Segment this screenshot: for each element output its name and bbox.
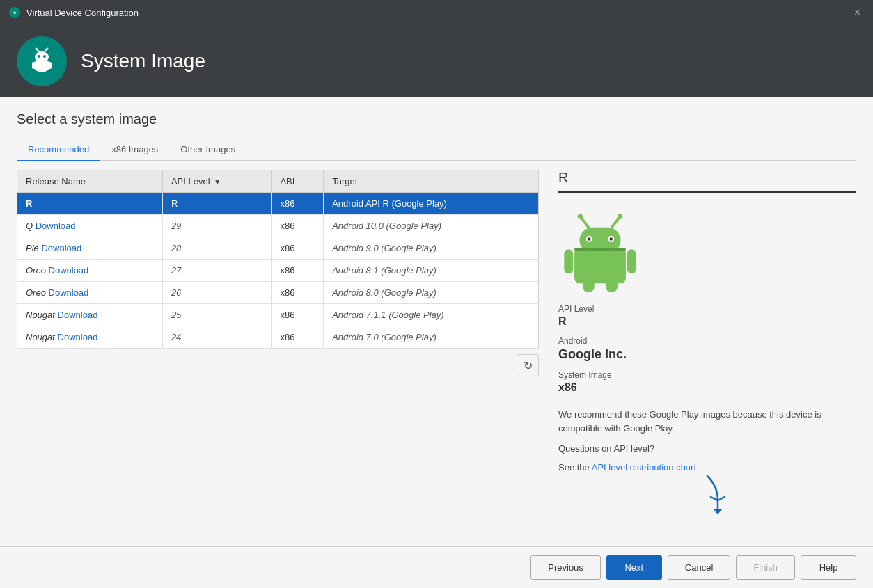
help-button[interactable]: Help <box>801 555 856 580</box>
cell-api-level: 28 <box>162 237 272 260</box>
cell-target: Android 8.0 (Google Play) <box>324 282 539 304</box>
system-image-table: Release Name API Level ▼ ABI Target RRx8… <box>17 170 539 349</box>
cell-abi: x86 <box>272 282 324 304</box>
svg-line-19 <box>581 217 588 228</box>
cancel-button[interactable]: Cancel <box>668 555 730 580</box>
sort-icon: ▼ <box>214 178 221 186</box>
svg-point-22 <box>618 214 622 218</box>
title-bar: ✦ Virtual Device Configuration × <box>0 0 873 25</box>
svg-rect-27 <box>574 248 626 251</box>
cell-api-level: 29 <box>162 215 272 237</box>
cell-release-name: Pie Download <box>17 237 163 260</box>
svg-rect-23 <box>564 249 573 273</box>
api-question: Questions on API level? <box>558 443 856 454</box>
cell-api-level: 27 <box>162 260 272 282</box>
panel-info: API Level R Android Google Inc. System I… <box>558 304 856 402</box>
svg-point-6 <box>43 55 46 58</box>
table-row[interactable]: RRx86Android API R (Google Play) <box>17 193 539 215</box>
panel-release-name: R <box>558 170 856 193</box>
svg-rect-26 <box>606 280 618 292</box>
download-link[interactable]: Download <box>49 287 89 298</box>
col-release-name[interactable]: Release Name <box>17 170 163 193</box>
table-row[interactable]: Q Download29x86Android 10.0 (Google Play… <box>17 215 539 237</box>
table-row[interactable]: Oreo Download27x86Android 8.1 (Google Pl… <box>17 260 539 282</box>
android-studio-icon <box>24 43 60 79</box>
cell-release-name: Nougat Download <box>17 304 163 326</box>
api-question-text: Questions on API level? <box>558 443 654 454</box>
cell-release-name: Oreo Download <box>17 260 163 282</box>
table-row[interactable]: Pie Download28x86Android 9.0 (Google Pla… <box>17 237 539 260</box>
download-link[interactable]: Download <box>36 221 76 231</box>
table-footer: ↻ <box>17 349 539 382</box>
tab-recommended[interactable]: Recommended <box>17 138 100 161</box>
header: System Image <box>0 25 873 97</box>
col-api-level[interactable]: API Level ▼ <box>162 170 272 193</box>
svg-point-9 <box>36 48 38 50</box>
header-logo <box>17 36 67 86</box>
svg-text:✦: ✦ <box>12 9 17 17</box>
api-level-label: API Level <box>558 304 856 314</box>
footer: Previous Next Cancel Finish Help <box>0 546 873 588</box>
cell-target: Android 9.0 (Google Play) <box>324 237 539 260</box>
api-level-section: API Level R Android Google Inc. System I… <box>558 304 856 402</box>
arrow-svg <box>686 472 728 514</box>
download-link[interactable]: Download <box>41 243 81 253</box>
cell-target: Android 10.0 (Google Play) <box>324 215 539 237</box>
android-label: Android <box>558 336 856 346</box>
svg-point-18 <box>609 237 613 241</box>
cell-target: Android 7.0 (Google Play) <box>324 326 539 349</box>
col-abi[interactable]: ABI <box>272 170 324 193</box>
cell-abi: x86 <box>272 193 324 215</box>
cell-release-name: Oreo Download <box>17 282 163 304</box>
cell-abi: x86 <box>272 237 324 260</box>
system-image-label: System Image <box>558 370 856 380</box>
tab-x86images[interactable]: x86 Images <box>100 138 169 161</box>
cell-release-name: Q Download <box>17 215 163 237</box>
header-title: System Image <box>81 50 205 72</box>
cell-release-name: R <box>17 193 163 215</box>
cell-abi: x86 <box>272 215 324 237</box>
table-row[interactable]: Oreo Download26x86Android 8.0 (Google Pl… <box>17 282 539 304</box>
system-image-value: x86 <box>558 381 856 394</box>
tabs-container: Recommended x86 Images Other Images <box>17 138 856 161</box>
see-text: See the <box>558 462 590 472</box>
arrow-annotation <box>558 472 856 514</box>
previous-button[interactable]: Previous <box>530 555 601 580</box>
download-link[interactable]: Download <box>58 310 98 320</box>
cell-target: Android 8.1 (Google Play) <box>324 260 539 282</box>
cell-target: Android 7.1.1 (Google Play) <box>324 304 539 326</box>
api-level-value: R <box>558 315 856 328</box>
tab-otherimages[interactable]: Other Images <box>169 138 246 161</box>
android-value: Google Inc. <box>558 347 856 362</box>
close-button[interactable]: × <box>850 5 865 20</box>
svg-rect-11 <box>32 62 35 69</box>
right-panel: R <box>550 161 856 546</box>
page-title: Select a system image <box>17 111 856 127</box>
next-button[interactable]: Next <box>606 555 662 580</box>
api-see-text: See the API level distribution chart <box>558 462 856 472</box>
svg-rect-12 <box>49 62 52 69</box>
svg-line-20 <box>612 217 620 228</box>
cell-api-level: 26 <box>162 282 272 304</box>
refresh-button[interactable]: ↻ <box>517 354 539 376</box>
download-link[interactable]: Download <box>49 265 89 276</box>
cell-target: Android API R (Google Play) <box>324 193 539 215</box>
recommend-text: We recommend these Google Play images be… <box>558 408 856 435</box>
table-row[interactable]: Nougat Download25x86Android 7.1.1 (Googl… <box>17 304 539 326</box>
finish-button[interactable]: Finish <box>736 555 795 580</box>
cell-abi: x86 <box>272 326 324 349</box>
col-target[interactable]: Target <box>324 170 539 193</box>
svg-rect-13 <box>574 248 626 283</box>
svg-point-10 <box>47 48 49 50</box>
download-link[interactable]: Download <box>58 332 98 342</box>
table-row[interactable]: Nougat Download24x86Android 7.0 (Google … <box>17 326 539 349</box>
cell-release-name: Nougat Download <box>17 326 163 349</box>
svg-marker-29 <box>713 509 723 514</box>
title-bar-title: Virtual Device Configuration <box>26 8 139 18</box>
api-distribution-link[interactable]: API level distribution chart <box>592 462 696 472</box>
svg-point-5 <box>38 55 40 58</box>
main-content: Select a system image Recommended x86 Im… <box>0 97 873 546</box>
svg-rect-24 <box>627 249 636 273</box>
title-bar-left: ✦ Virtual Device Configuration <box>8 6 139 19</box>
cell-api-level: 25 <box>162 304 272 326</box>
